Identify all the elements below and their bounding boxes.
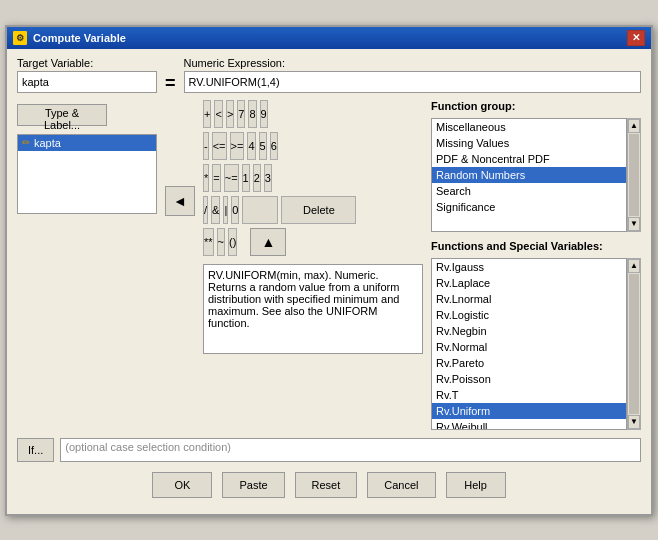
calc-9[interactable]: 9 (260, 100, 268, 128)
calc-3[interactable]: 3 (264, 164, 272, 192)
calc-parens[interactable]: () (228, 228, 237, 256)
numeric-expression-label: Numeric Expression: (184, 57, 641, 69)
calc-7[interactable]: 7 (237, 100, 245, 128)
func-rv-normal[interactable]: Rv.Normal (432, 339, 626, 355)
calc-5[interactable]: 5 (259, 132, 267, 160)
func-rv-negbin[interactable]: Rv.Negbin (432, 323, 626, 339)
if-button[interactable]: If... (17, 438, 54, 462)
cancel-button[interactable]: Cancel (367, 472, 435, 498)
condition-box[interactable]: (optional case selection condition) (60, 438, 641, 462)
condition-text: (optional case selection condition) (65, 441, 231, 453)
pencil-icon: ✏ (22, 137, 30, 148)
up-arrow-button[interactable]: ▲ (250, 228, 286, 256)
dialog-content: Target Variable: = Numeric Expression: T… (7, 49, 651, 514)
calc-4[interactable]: 4 (247, 132, 255, 160)
calc-8[interactable]: 8 (248, 100, 256, 128)
titlebar: ⚙ Compute Variable ✕ (7, 27, 651, 49)
window-title: Compute Variable (33, 32, 126, 44)
scroll-down-arrow[interactable]: ▼ (628, 217, 640, 231)
calc-gte[interactable]: >= (230, 132, 245, 160)
calc-delete[interactable]: Delete (281, 196, 356, 224)
func-group-significance[interactable]: Significance (432, 199, 626, 215)
numeric-expression-input[interactable] (184, 71, 641, 93)
calc-tilde[interactable]: ~ (217, 228, 225, 256)
bottom-buttons: OK Paste Reset Cancel Help (17, 472, 641, 506)
title-icon: ⚙ (13, 31, 27, 45)
variable-list: ✏ kapta (17, 134, 157, 214)
help-button[interactable]: Help (446, 472, 506, 498)
reset-button[interactable]: Reset (295, 472, 358, 498)
calc-1[interactable]: 1 (242, 164, 250, 192)
calc-0[interactable]: 0 (231, 196, 239, 224)
compute-variable-dialog: ⚙ Compute Variable ✕ Target Variable: = … (5, 25, 653, 516)
transfer-arrow-button[interactable]: ◄ (165, 186, 195, 216)
calc-power[interactable]: ** (203, 228, 214, 256)
calc-lt[interactable]: < (214, 100, 222, 128)
func-group-search[interactable]: Search (432, 183, 626, 199)
variable-name: kapta (34, 137, 61, 149)
function-group-label: Function group: (431, 100, 641, 112)
description-box: RV.UNIFORM(min, max). Numeric. Returns a… (203, 264, 423, 354)
func-rv-igauss[interactable]: Rv.Igauss (432, 259, 626, 275)
funcs-scroll-thumb (629, 274, 639, 414)
calc-minus[interactable]: - (203, 132, 209, 160)
calc-dot[interactable] (242, 196, 278, 224)
calc-plus[interactable]: + (203, 100, 211, 128)
calc-gt[interactable]: > (226, 100, 234, 128)
calc-lte[interactable]: <= (212, 132, 227, 160)
function-group-list: Miscellaneous Missing Values PDF & Nonce… (431, 118, 627, 232)
equals-sign: = (165, 73, 176, 94)
func-group-missing-values[interactable]: Missing Values (432, 135, 626, 151)
funcs-scroll-down[interactable]: ▼ (628, 415, 640, 429)
target-variable-label: Target Variable: (17, 57, 157, 69)
calculator-section: + < > 7 8 9 - <= >= 4 5 6 (203, 100, 423, 354)
function-group-scrollbar[interactable]: ▲ ▼ (627, 118, 641, 232)
target-variable-section: Target Variable: (17, 57, 157, 93)
calc-multiply[interactable]: * (203, 164, 209, 192)
func-group-random-numbers[interactable]: Random Numbers (432, 167, 626, 183)
functions-special-list: Rv.Igauss Rv.Laplace Rv.Lnormal Rv.Logis… (431, 258, 627, 430)
type-label-button[interactable]: Type & Label... (17, 104, 107, 126)
functions-special-scrollbar[interactable]: ▲ ▼ (627, 258, 641, 430)
funcs-scroll-up[interactable]: ▲ (628, 259, 640, 273)
numeric-expression-section: Numeric Expression: (184, 57, 641, 93)
func-rv-t[interactable]: Rv.T (432, 387, 626, 403)
calc-and[interactable]: & (211, 196, 220, 224)
functions-special-label: Functions and Special Variables: (431, 240, 641, 252)
calc-2[interactable]: 2 (253, 164, 261, 192)
scroll-up-arrow[interactable]: ▲ (628, 119, 640, 133)
func-rv-poisson[interactable]: Rv.Poisson (432, 371, 626, 387)
func-group-miscellaneous[interactable]: Miscellaneous (432, 119, 626, 135)
calc-divide[interactable]: / (203, 196, 208, 224)
titlebar-left: ⚙ Compute Variable (13, 31, 126, 45)
func-rv-logistic[interactable]: Rv.Logistic (432, 307, 626, 323)
scroll-thumb (629, 134, 639, 216)
func-rv-lnormal[interactable]: Rv.Lnormal (432, 291, 626, 307)
right-section: Function group: Miscellaneous Missing Va… (431, 100, 641, 430)
func-rv-uniform[interactable]: Rv.Uniform (432, 403, 626, 419)
top-row: Target Variable: = Numeric Expression: (17, 57, 641, 94)
func-rv-weibull[interactable]: Rv.Weibull (432, 419, 626, 430)
calc-eq[interactable]: = (212, 164, 220, 192)
func-rv-laplace[interactable]: Rv.Laplace (432, 275, 626, 291)
func-rv-pareto[interactable]: Rv.Pareto (432, 355, 626, 371)
func-group-pdf[interactable]: PDF & Noncentral PDF (432, 151, 626, 167)
calc-or[interactable]: | (223, 196, 228, 224)
if-row: If... (optional case selection condition… (17, 438, 641, 462)
paste-button[interactable]: Paste (222, 472, 284, 498)
ok-button[interactable]: OK (152, 472, 212, 498)
variable-list-item[interactable]: ✏ kapta (18, 135, 156, 151)
calc-6[interactable]: 6 (270, 132, 278, 160)
target-variable-input[interactable] (17, 71, 157, 93)
close-button[interactable]: ✕ (627, 30, 645, 46)
description-text: RV.UNIFORM(min, max). Numeric. Returns a… (208, 269, 399, 329)
calc-neq[interactable]: ~= (224, 164, 239, 192)
